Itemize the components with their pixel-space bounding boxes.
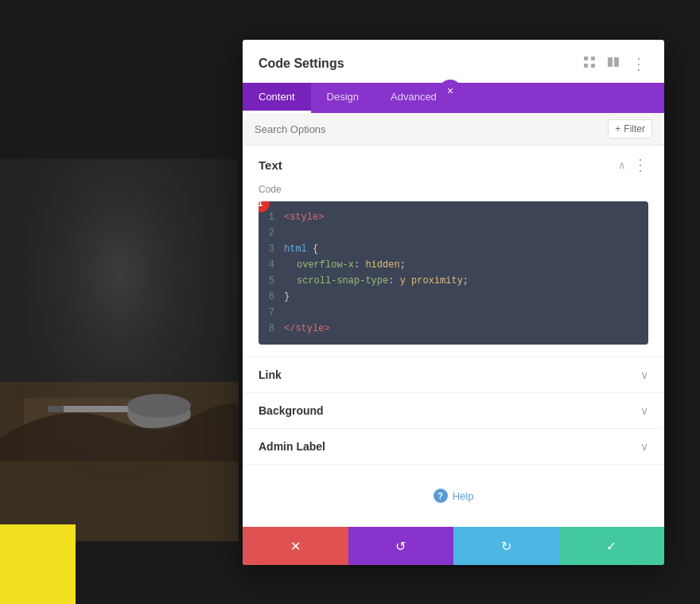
section-link-title: Link: [259, 368, 282, 381]
search-input[interactable]: [255, 123, 608, 135]
save-icon: ✓: [606, 539, 616, 554]
line-content-3: html {: [284, 241, 648, 257]
cancel-button[interactable]: ✕: [243, 527, 348, 565]
section-text-title: Text: [259, 158, 282, 172]
filter-label: Filter: [624, 123, 645, 134]
line-num-2: 2: [259, 225, 284, 241]
line-num-4: 4: [259, 257, 284, 273]
section-more-icon[interactable]: ⋮: [632, 157, 648, 173]
help-section: ? Help: [243, 465, 664, 527]
yellow-accent-block: [0, 524, 76, 604]
header-icons: ⋮: [581, 54, 648, 73]
code-settings-modal: Code Settings ⋮ Content Design A: [243, 40, 664, 565]
bg-svg: [0, 159, 239, 541]
svg-rect-10: [584, 64, 588, 68]
section-text: Text ∧ ⋮ Code 1 1 <s: [243, 146, 664, 357]
line-content-6: }: [284, 289, 648, 305]
code-line-7: 7: [259, 305, 648, 321]
code-line-3: 3 html {: [259, 241, 648, 257]
reset-button[interactable]: ↺: [348, 527, 454, 565]
line-content-8: </style>: [284, 321, 648, 337]
reset-icon: ↺: [395, 539, 406, 554]
section-background: Background ∨: [243, 393, 664, 429]
code-subsection: Code 1 1 <style> 2: [243, 184, 664, 357]
modal-body: Text ∧ ⋮ Code 1 1 <s: [243, 146, 664, 527]
modal-footer: ✕ ↺ ↻ ✓: [243, 527, 664, 565]
help-icon[interactable]: ?: [434, 489, 448, 503]
line-content-5: scroll-snap-type: y proximity;: [284, 273, 648, 289]
section-link: Link ∨: [243, 357, 664, 393]
modal-close-button[interactable]: ×: [439, 80, 461, 102]
section-admin-label: Admin Label ∨: [243, 429, 664, 465]
svg-rect-13: [614, 57, 619, 67]
line-num-8: 8: [259, 321, 284, 337]
code-line-1: 1 <style>: [259, 209, 648, 225]
save-button[interactable]: ✓: [559, 527, 665, 565]
code-line-6: 6 }: [259, 289, 648, 305]
code-lines: 1 <style> 2 3: [259, 201, 648, 345]
link-chevron-icon[interactable]: ∨: [640, 368, 648, 381]
code-line-2: 2: [259, 225, 648, 241]
columns-icon[interactable]: [605, 54, 621, 73]
svg-rect-8: [584, 57, 588, 60]
plus-icon: +: [615, 123, 620, 134]
background-chevron-icon[interactable]: ∨: [640, 404, 648, 417]
line-content-4: overflow-x: hidden;: [284, 257, 648, 273]
section-admin-label-header[interactable]: Admin Label ∨: [243, 429, 664, 464]
code-line-5: 5 scroll-snap-type: y proximity;: [259, 273, 648, 289]
collapse-icon[interactable]: ∧: [618, 159, 626, 171]
tab-content[interactable]: Content: [243, 83, 311, 113]
modal-header: Code Settings ⋮: [243, 40, 664, 73]
line-content-1: <style>: [284, 209, 648, 225]
svg-rect-9: [591, 57, 595, 60]
more-options-icon[interactable]: ⋮: [629, 54, 648, 73]
filter-button[interactable]: + Filter: [608, 119, 652, 138]
code-line-8: 8 </style>: [259, 321, 648, 337]
close-icon: ×: [447, 84, 453, 97]
admin-label-chevron-icon[interactable]: ∨: [640, 440, 648, 453]
line-num-6: 6: [259, 289, 284, 305]
code-editor[interactable]: 1 1 <style> 2: [259, 201, 648, 345]
line-num-5: 5: [259, 273, 284, 289]
line-content-2: [284, 225, 648, 241]
line-num-3: 3: [259, 241, 284, 257]
section-background-header[interactable]: Background ∨: [243, 393, 664, 428]
cancel-icon: ✕: [290, 539, 301, 554]
svg-rect-12: [608, 57, 612, 67]
search-bar: + Filter: [243, 113, 664, 146]
redo-icon: ↻: [501, 539, 511, 554]
modal-title: Code Settings: [259, 57, 344, 71]
code-label: Code: [259, 184, 648, 195]
bg-inner: [0, 159, 239, 541]
tab-design[interactable]: Design: [311, 83, 375, 113]
line-content-7: [284, 305, 648, 321]
settings-icon[interactable]: [581, 54, 597, 73]
help-label[interactable]: Help: [453, 490, 474, 502]
section-text-controls: ∧ ⋮: [618, 157, 648, 173]
background-image: [0, 159, 239, 541]
section-background-title: Background: [259, 404, 324, 417]
code-line-4: 4 overflow-x: hidden;: [259, 257, 648, 273]
svg-rect-7: [0, 159, 239, 541]
svg-rect-11: [591, 64, 595, 68]
section-text-header[interactable]: Text ∧ ⋮: [243, 146, 664, 184]
redo-button[interactable]: ↻: [453, 527, 559, 565]
section-admin-label-title: Admin Label: [259, 440, 325, 453]
line-num-7: 7: [259, 305, 284, 321]
section-link-header[interactable]: Link ∨: [243, 357, 664, 392]
